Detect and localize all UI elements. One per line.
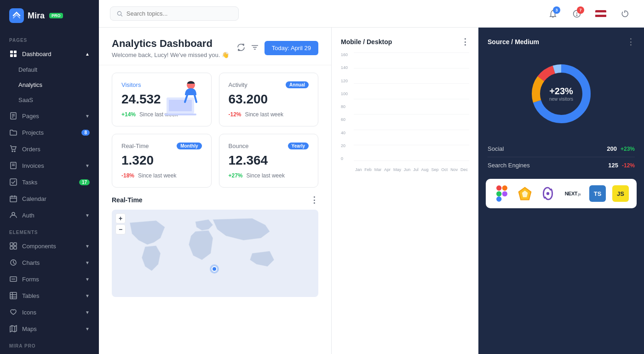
dashboard-label: Dashboard [22, 51, 52, 57]
sidebar-item-charts[interactable]: Charts ▼ [0, 254, 99, 271]
default-label: Default [18, 66, 37, 73]
bar-chart-inner [354, 52, 469, 161]
icons-label: Icons [22, 309, 36, 316]
map-icon [9, 325, 17, 333]
source-item-search: Search Engines 125 -12% [488, 157, 635, 173]
notifications-btn[interactable]: 3 [545, 6, 561, 22]
sidebar-item-invoices[interactable]: Invoices ▼ [0, 157, 99, 174]
topbar-actions: 3 7 [545, 6, 633, 22]
table-icon [9, 291, 17, 300]
date-button[interactable]: Today: April 29 [264, 41, 318, 55]
chart-title: Mobile / Desktop [341, 38, 392, 46]
page-subtitle: Welcome back, Lucy! We've missed you. 👋 [112, 51, 229, 58]
pages-section-label: PAGES [0, 31, 99, 46]
forms-label: Forms [22, 276, 39, 283]
sidebar-item-dashboard[interactable]: Dashboard ▲ [0, 46, 99, 62]
sidebar-item-saas[interactable]: SaaS [0, 92, 99, 108]
maps-label: Maps [22, 325, 37, 332]
bounce-value: 12.364 [229, 153, 309, 168]
alerts-btn[interactable]: 7 [569, 6, 585, 22]
sidebar-item-tables[interactable]: Tables ▼ [0, 287, 99, 304]
sidebar-item-forms[interactable]: Forms ▼ [0, 271, 99, 287]
visitors-card: Visitors 24.532 +14% Since last week [112, 73, 212, 126]
calendar-icon [9, 194, 17, 203]
sidebar-item-pages[interactable]: Pages ▼ [0, 108, 99, 124]
bounce-badge: Yearly [288, 143, 309, 149]
svg-rect-3 [14, 54, 17, 57]
svg-rect-20 [14, 243, 17, 246]
zoom-out-btn[interactable]: − [115, 224, 126, 234]
realtime-value: 1.320 [121, 153, 202, 168]
chevron-icon: ▼ [85, 310, 90, 315]
donut-label: new visitors [549, 97, 573, 102]
pro-badge: PRO [49, 13, 63, 18]
sidebar-item-icons[interactable]: Icons ▼ [0, 304, 99, 320]
svg-line-46 [195, 95, 196, 102]
analytics-label: Analytics [18, 81, 42, 88]
file-icon [9, 112, 17, 120]
logo-text: Mira [28, 11, 45, 21]
activity-since: Since last week [245, 111, 283, 118]
donut-percent: +23% [549, 86, 573, 97]
receipt-icon [9, 161, 17, 170]
activity-label: Activity [229, 81, 247, 88]
auth-label: Auth [22, 212, 34, 219]
tech-logos-card: NEXT.js TS JS [486, 179, 637, 208]
source-item-social: Social 200 +23% [488, 141, 635, 157]
refresh-btn[interactable] [237, 43, 245, 53]
sidebar-item-projects[interactable]: Projects 8 [0, 124, 99, 141]
svg-rect-1 [14, 51, 17, 53]
sidebar-item-analytics[interactable]: Analytics [0, 77, 99, 92]
source-more-btn[interactable]: ⋮ [627, 37, 635, 47]
visitors-change: +14% [121, 111, 136, 118]
map-more-btn[interactable]: ⋮ [310, 195, 318, 205]
chevron-icon: ▼ [85, 293, 90, 298]
components-label: Components [22, 243, 56, 250]
search-input[interactable] [126, 10, 232, 17]
svg-rect-0 [10, 51, 13, 53]
chevron-icon: ▼ [85, 277, 90, 282]
chevron-icon: ▼ [85, 244, 90, 249]
sidebar-item-calendar[interactable]: Calendar [0, 190, 99, 207]
sidebar-item-tasks[interactable]: Tasks 17 [0, 174, 99, 190]
filter-btn[interactable] [251, 43, 259, 53]
source-search-name: Search Engines [488, 162, 530, 169]
sidebar-item-orders[interactable]: Orders [0, 141, 99, 157]
svg-rect-42 [169, 100, 192, 111]
svg-rect-2 [10, 54, 13, 57]
realtime-change: -18% [121, 172, 134, 179]
svg-marker-30 [10, 325, 17, 332]
nextjs-logo: NEXT.js [563, 185, 583, 202]
sidebar-item-auth[interactable]: Auth ▼ [0, 207, 99, 223]
mira-pro-label: MIRA PRO [0, 337, 99, 351]
invoices-label: Invoices [22, 162, 44, 169]
redux-logo [540, 185, 556, 202]
topbar: 3 7 [99, 0, 644, 28]
sidebar-item-components[interactable]: Components ▼ [0, 238, 99, 254]
activity-change: -12% [229, 111, 242, 118]
power-btn[interactable] [616, 6, 633, 22]
chart-more-btn[interactable]: ⋮ [461, 37, 469, 47]
svg-rect-14 [10, 196, 17, 202]
source-list: Social 200 +23% Search Engines 125 -12% [478, 141, 644, 173]
page-title: Analytics Dashboard [112, 38, 229, 50]
bounce-label: Bounce [229, 143, 249, 149]
source-social-name: Social [488, 145, 504, 152]
tasks-badge: 17 [79, 179, 90, 185]
language-btn[interactable] [592, 6, 609, 22]
cart-icon [9, 145, 17, 153]
sidebar-item-default[interactable]: Default [0, 62, 99, 77]
sidebar-item-maps[interactable]: Maps ▼ [0, 320, 99, 337]
search-box[interactable] [110, 6, 239, 21]
realtime-label: Real-Time [121, 143, 149, 149]
figma-logo [494, 185, 510, 202]
activity-badge: Annual [286, 81, 309, 88]
zoom-in-btn[interactable]: + [115, 213, 126, 223]
check-icon [9, 178, 17, 186]
chart-x-labels: JanFebMarAprMayJun JulAugSepOctNovDec [354, 167, 469, 172]
svg-rect-52 [496, 185, 501, 190]
logo-area: Mira PRO [0, 0, 99, 31]
calendar-label: Calendar [22, 195, 46, 202]
source-social-value: 200 [607, 145, 617, 152]
bar-chart: 0 20 40 60 80 100 120 140 160 [341, 52, 469, 172]
